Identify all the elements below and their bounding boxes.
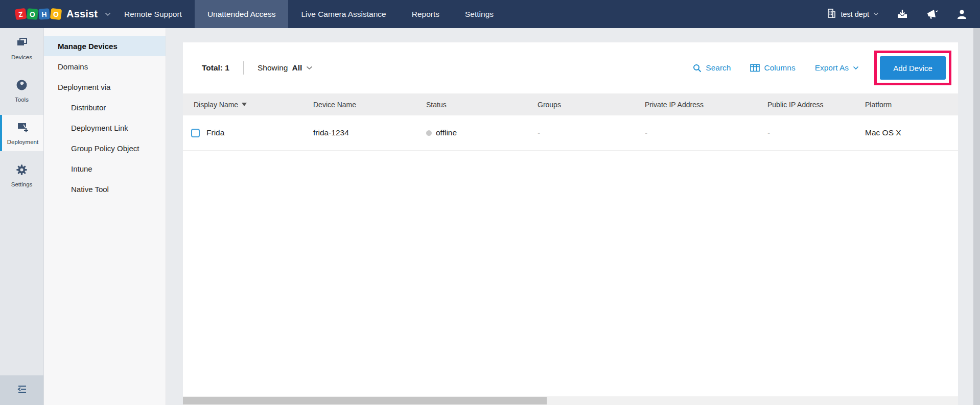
- zoho-tile-o1: O: [27, 8, 38, 20]
- sidebar-item-deployment-link[interactable]: Deployment Link: [44, 117, 166, 138]
- rail-item-deployment[interactable]: Deployment: [0, 115, 43, 151]
- nav-live-camera-assistance[interactable]: Live Camera Assistance: [288, 0, 399, 28]
- row-checkbox[interactable]: [191, 129, 200, 137]
- zoho-tile-h: H: [38, 8, 50, 19]
- export-as-dropdown[interactable]: Export As: [815, 63, 859, 73]
- horizontal-scrollbar-thumb[interactable]: [183, 397, 547, 404]
- gear-icon: [16, 164, 28, 178]
- search-button[interactable]: Search: [693, 63, 731, 73]
- devices-icon: [16, 37, 28, 51]
- zoho-logo-tiles: Z O H O: [15, 9, 61, 19]
- device-private-ip: -: [645, 128, 767, 137]
- rail-item-label: Tools: [15, 97, 29, 103]
- status-text: offline: [436, 128, 457, 137]
- table-row[interactable]: Frida frida-1234 offline - - - Mac OS X: [183, 115, 958, 151]
- zoho-assist-logo[interactable]: Z O H O Assist: [0, 0, 111, 28]
- zoho-tile-z: Z: [15, 8, 27, 20]
- rail-item-tools[interactable]: Tools: [0, 73, 43, 109]
- sidebar-item-intune[interactable]: Intune: [44, 158, 166, 179]
- column-header-status[interactable]: Status: [426, 101, 538, 109]
- column-header-device-name[interactable]: Device Name: [313, 101, 426, 109]
- deployment-sidebar: Manage Devices Domains Deployment via Di…: [44, 28, 166, 405]
- device-name-cell: Frida: [191, 128, 313, 137]
- zoho-tile-o2: O: [50, 8, 62, 20]
- showing-filter-dropdown[interactable]: Showing All: [258, 63, 313, 73]
- showing-label: Showing: [258, 63, 288, 73]
- devices-toolbar: Total: 1 Showing All Search: [183, 42, 958, 93]
- tools-icon: [16, 79, 28, 93]
- zoho-assist-app: Z O H O Assist Remote Support Unattended…: [0, 0, 980, 405]
- devices-table-header: Display Name Device Name Status Groups P…: [183, 93, 958, 115]
- column-header-groups[interactable]: Groups: [538, 101, 645, 109]
- rail-item-devices[interactable]: Devices: [0, 31, 43, 66]
- column-header-display-name[interactable]: Display Name: [194, 101, 313, 109]
- product-name: Assist: [66, 8, 98, 20]
- chevron-down-icon: [853, 66, 859, 70]
- device-status: offline: [426, 128, 538, 137]
- collapse-panel-icon: [16, 385, 28, 396]
- rail-item-label: Devices: [11, 54, 32, 60]
- rail-item-label: Settings: [11, 181, 33, 187]
- add-device-highlight-annotation: Add Device: [874, 51, 951, 85]
- main-content: Total: 1 Showing All Search: [166, 28, 980, 405]
- primary-nav: Remote Support Unattended Access Live Ca…: [111, 0, 506, 28]
- device-display-name: Frida: [206, 128, 224, 137]
- device-platform: Mac OS X: [865, 128, 958, 137]
- toolbar-divider: [243, 61, 244, 75]
- total-count: Total: 1: [202, 63, 229, 73]
- devices-panel: Total: 1 Showing All Search: [183, 42, 958, 405]
- user-profile-icon[interactable]: [955, 9, 968, 19]
- device-groups: -: [538, 128, 645, 137]
- columns-icon: [750, 64, 760, 72]
- nav-settings[interactable]: Settings: [452, 0, 506, 28]
- device-hostname: frida-1234: [313, 128, 426, 137]
- search-icon: [693, 64, 702, 73]
- rail-item-settings[interactable]: Settings: [0, 157, 43, 194]
- collapse-sidebar-button[interactable]: [0, 375, 43, 405]
- sidebar-item-domains[interactable]: Domains: [44, 56, 166, 77]
- horizontal-scrollbar-track[interactable]: [183, 396, 958, 405]
- nav-reports[interactable]: Reports: [399, 0, 452, 28]
- announcements-icon[interactable]: [926, 9, 938, 19]
- organization-icon: [827, 8, 836, 20]
- navbar-right-controls: test dept: [827, 0, 980, 28]
- chevron-down-icon: [306, 66, 313, 70]
- sidebar-item-manage-devices[interactable]: Manage Devices: [44, 36, 166, 56]
- top-navbar: Z O H O Assist Remote Support Unattended…: [0, 0, 980, 28]
- vertical-scrollbar-track[interactable]: [973, 28, 980, 405]
- offline-status-dot-icon: [426, 130, 432, 136]
- column-header-platform[interactable]: Platform: [865, 101, 958, 109]
- device-public-ip: -: [767, 128, 865, 137]
- download-icon[interactable]: [896, 9, 908, 19]
- department-selector[interactable]: test dept: [827, 8, 879, 20]
- sidebar-item-native-tool[interactable]: Native Tool: [44, 179, 166, 199]
- sort-descending-icon: [242, 103, 247, 106]
- showing-value: All: [292, 63, 302, 73]
- chevron-down-icon: [873, 12, 879, 16]
- nav-unattended-access[interactable]: Unattended Access: [195, 0, 289, 28]
- nav-remote-support[interactable]: Remote Support: [111, 0, 195, 28]
- department-name: test dept: [841, 10, 869, 18]
- sidebar-item-distributor[interactable]: Distributor: [44, 97, 166, 117]
- rail-item-label: Deployment: [7, 139, 38, 145]
- chevron-down-icon[interactable]: [105, 12, 111, 16]
- sidebar-item-deployment-via[interactable]: Deployment via: [44, 77, 166, 97]
- columns-button[interactable]: Columns: [750, 63, 795, 73]
- column-header-public-ip[interactable]: Public IP Address: [767, 101, 865, 109]
- module-rail: Devices Tools Deployment: [0, 28, 44, 405]
- sidebar-item-group-policy-object[interactable]: Group Policy Object: [44, 138, 166, 158]
- deployment-icon: [16, 122, 30, 135]
- column-header-private-ip[interactable]: Private IP Address: [645, 101, 767, 109]
- add-device-button[interactable]: Add Device: [880, 56, 946, 80]
